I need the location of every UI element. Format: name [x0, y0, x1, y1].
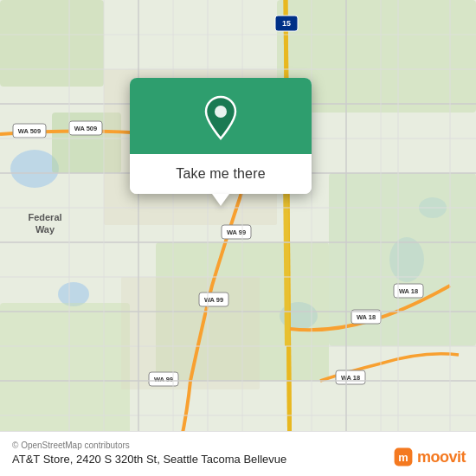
svg-text:WA 18: WA 18 — [357, 313, 376, 321]
copyright-text: © OpenStreetMap contributors — [12, 441, 130, 450]
moovit-logo-text: moovit — [417, 448, 466, 466]
svg-text:WA 99: WA 99 — [204, 296, 223, 304]
popup-header — [130, 78, 312, 154]
svg-point-60 — [215, 106, 227, 118]
svg-text:WA 509: WA 509 — [18, 127, 41, 135]
moovit-logo-icon: m — [393, 447, 414, 467]
moovit-logo: m moovit — [393, 447, 466, 467]
svg-text:WA 99: WA 99 — [154, 376, 173, 383]
take-me-there-button[interactable]: Take me there — [130, 154, 312, 194]
map-svg: 15 15 WA 509 WA 509 WA 99 WA 99 WA 99 WA… — [0, 0, 476, 476]
bottom-bar: © OpenStreetMap contributors AT&T Store,… — [0, 431, 476, 476]
svg-text:Way: Way — [35, 224, 55, 235]
svg-text:Federal: Federal — [28, 212, 61, 222]
svg-text:WA 509: WA 509 — [74, 125, 97, 132]
svg-text:15: 15 — [282, 19, 291, 28]
location-pin-icon — [200, 97, 241, 138]
address-text: AT&T Store, 2420 S 320th St, Seattle Tac… — [12, 453, 286, 466]
svg-rect-6 — [0, 0, 104, 87]
popup-card: Take me there — [130, 78, 312, 194]
svg-point-2 — [58, 282, 89, 306]
svg-point-1 — [10, 150, 59, 188]
svg-text:WA 18: WA 18 — [399, 287, 418, 295]
svg-text:WA 99: WA 99 — [227, 228, 246, 236]
svg-text:m: m — [398, 451, 408, 464]
map-container: 15 15 WA 509 WA 509 WA 99 WA 99 WA 99 WA… — [0, 0, 476, 476]
